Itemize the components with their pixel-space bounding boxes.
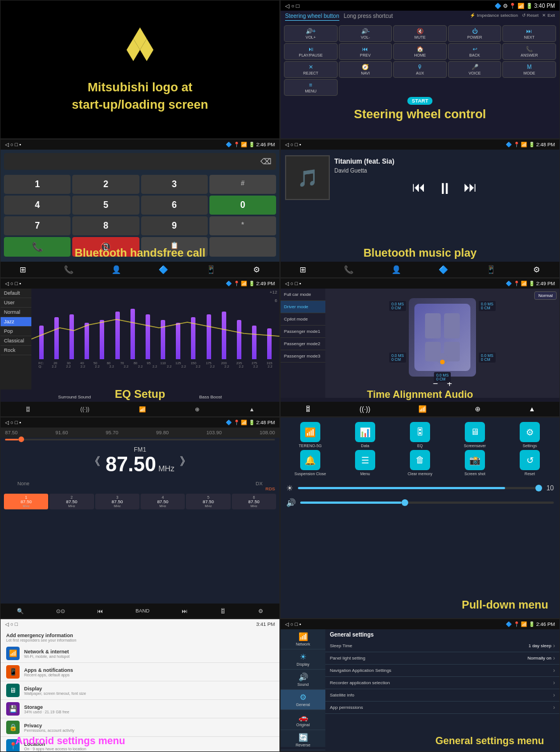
- eq-icon1[interactable]: 🎛: [25, 406, 31, 412]
- pd-item-tereno-5g[interactable]: 📶TERENO-5G: [284, 422, 337, 448]
- phone-bt-icon[interactable]: 🔷: [158, 265, 168, 274]
- gs-sidebar-original[interactable]: 🚗Original: [281, 710, 325, 730]
- ta-mode-passenger_mode1[interactable]: Passenger mode1: [281, 326, 325, 338]
- radio-preset-2[interactable]: 287.50MHz: [49, 494, 94, 509]
- eq-icon2[interactable]: ((·)): [81, 406, 90, 412]
- sw-btn-next[interactable]: ⏭NEXT: [502, 25, 556, 42]
- gs-row-sleep_time[interactable]: Sleep Time 1 day sleep›: [325, 640, 559, 652]
- pd-item-data[interactable]: 📊Data: [339, 422, 391, 448]
- eq-bar-6[interactable]: [130, 309, 135, 359]
- phone-contacts-icon[interactable]: 👤: [111, 265, 121, 274]
- phone-key-9[interactable]: 9: [141, 216, 208, 235]
- volume-slider[interactable]: [300, 502, 554, 504]
- ta-mode-passenger_mode3[interactable]: Passenger mode3: [281, 350, 325, 363]
- radio-prev-icon[interactable]: 《: [89, 454, 100, 469]
- gs-row-satellite_info[interactable]: Satellite info ›: [325, 689, 559, 702]
- eq-bar-1[interactable]: [54, 317, 59, 359]
- music-prev-icon[interactable]: ⏮: [412, 179, 426, 198]
- gs-row-app_permissions[interactable]: App permissions ›: [325, 702, 559, 714]
- android-item-display[interactable]: 🖥 Display Wallpaper, screen timeout, fon…: [1, 681, 279, 700]
- music-contacts-icon[interactable]: 👤: [391, 265, 401, 274]
- pd-item-clear_memory[interactable]: 🗑Clear memory: [394, 450, 446, 476]
- eq-bar-15[interactable]: [267, 328, 272, 359]
- pd-item-settings[interactable]: ⚙Settings: [503, 422, 556, 448]
- sw-btn-answer[interactable]: 📞ANSWER: [502, 43, 556, 60]
- music-menu-icon[interactable]: ⊞: [300, 265, 306, 274]
- eq-preset-normal[interactable]: Normal: [1, 308, 31, 317]
- eq-icon4[interactable]: ⊕: [195, 406, 199, 412]
- gs-row-navigation_application_settings[interactable]: Navigation Application Settings ›: [325, 665, 559, 677]
- phone-key-1[interactable]: 1: [4, 175, 71, 194]
- sw-btn-play/pause[interactable]: ⏯PLAY/PAUSE: [284, 43, 338, 60]
- android-item-storage[interactable]: 💾 Storage 34% used · 21.19 GB free: [1, 700, 279, 718]
- eq-bar-4[interactable]: [100, 320, 104, 359]
- sw-btn-aux[interactable]: 🎙AUX: [393, 61, 447, 78]
- eq-icon5[interactable]: ▲: [249, 406, 255, 412]
- sw-btn-menu[interactable]: ≡MENU: [284, 79, 338, 96]
- phone-key-8[interactable]: 8: [72, 216, 139, 235]
- radio-band-button[interactable]: BAND: [136, 608, 150, 614]
- sw-btn-vol+[interactable]: 🔊+VOL+: [284, 25, 338, 42]
- sw-btn-voice[interactable]: 🎤VOICE: [448, 61, 502, 78]
- sw-btn-navi[interactable]: 🧭NAVI: [339, 61, 393, 78]
- phone-settings-icon[interactable]: ⚙: [253, 265, 260, 274]
- eq-bar-8[interactable]: [161, 320, 165, 359]
- gs-row-panel_light_setting[interactable]: Panel light setting Normally on›: [325, 652, 559, 665]
- ta-mode-full_car_mode[interactable]: Full car mode: [281, 289, 325, 301]
- android-item-apps_&_notifications[interactable]: 📱 Apps & notifications Recent apps, defa…: [1, 663, 279, 681]
- eq-bar-0[interactable]: [39, 326, 44, 359]
- phone-key-2[interactable]: 2: [72, 175, 139, 194]
- gs-row-recorder_application_selection[interactable]: Recorder application selection ›: [325, 677, 559, 689]
- phone-key-3[interactable]: 3: [141, 175, 208, 194]
- eq-bar-10[interactable]: [191, 317, 195, 359]
- music-bt-icon[interactable]: 🔷: [438, 265, 448, 274]
- music-next-icon[interactable]: ⏭: [464, 179, 477, 198]
- pd-item-screensaver[interactable]: 🖥Screensaver: [449, 422, 501, 448]
- sw-btn-mode[interactable]: MMODE: [502, 61, 556, 78]
- phone-key-*[interactable]: *: [209, 216, 276, 235]
- music-play-icon[interactable]: ⏸: [437, 179, 452, 198]
- sw-tab-longpress[interactable]: Long press shortcut: [344, 13, 393, 21]
- phone-delete-icon[interactable]: ⌫: [260, 157, 272, 166]
- phone-key-0[interactable]: 0: [209, 196, 276, 215]
- eq-bar-12[interactable]: [222, 312, 226, 359]
- sw-btn-back[interactable]: ↩BACK: [448, 43, 502, 60]
- gs-sidebar-sound[interactable]: 🔊Sound: [281, 670, 325, 690]
- ta-mode-cpilot_mode[interactable]: Cpilot mode: [281, 313, 325, 326]
- sw-btn-mute[interactable]: 🔇MUTE: [393, 25, 447, 42]
- ta-icon1[interactable]: 🎛: [305, 405, 311, 413]
- eq-bar-13[interactable]: [237, 320, 241, 359]
- sw-btn-reject[interactable]: ✕REJECT: [284, 61, 338, 78]
- pd-item-reset[interactable]: ↺Reset: [503, 450, 556, 476]
- sw-btn-vol-[interactable]: 🔊-VOL-: [339, 25, 393, 42]
- radio-preset-4[interactable]: 487.50MHz: [141, 494, 185, 509]
- eq-icon3[interactable]: 📶: [139, 406, 146, 412]
- eq-bar-5[interactable]: [115, 312, 120, 359]
- radio-preset-1[interactable]: 187.50MHz: [4, 494, 48, 509]
- music-bt2-icon[interactable]: 📱: [486, 265, 496, 274]
- pd-item-eq[interactable]: 🎛EQ: [394, 422, 446, 448]
- gs-sidebar-general[interactable]: ⚙General: [281, 690, 325, 710]
- ta-icon4[interactable]: ⊕: [475, 405, 480, 413]
- ta-icon2[interactable]: ((·)): [360, 405, 370, 413]
- phone-key-4[interactable]: 4: [4, 196, 71, 215]
- eq-bar-11[interactable]: [207, 314, 211, 359]
- eq-preset-user[interactable]: User: [1, 298, 31, 308]
- eq-bar-2[interactable]: [69, 314, 74, 359]
- eq-preset-pop[interactable]: Pop: [1, 327, 31, 336]
- phone-key-7[interactable]: 7: [4, 216, 71, 235]
- eq-preset-classical[interactable]: Classical: [1, 336, 31, 346]
- ta-icon5[interactable]: ▲: [529, 405, 535, 413]
- eq-bar-7[interactable]: [146, 314, 150, 359]
- radio-scan-icon[interactable]: ⊙⊙: [56, 608, 65, 614]
- radio-preset-3[interactable]: 387.50MHz: [95, 494, 139, 509]
- eq-bar-3[interactable]: [85, 323, 89, 359]
- brightness-slider[interactable]: [298, 487, 542, 489]
- gs-sidebar-display[interactable]: ☀Display: [281, 649, 325, 670]
- radio-next-track-icon[interactable]: ⏭: [182, 608, 188, 614]
- sw-btn-prev[interactable]: ⏮PREV: [339, 43, 393, 60]
- eq-bar-9[interactable]: [176, 323, 180, 359]
- phone-key-5[interactable]: 5: [72, 196, 139, 215]
- ta-mode-passenger_mode2[interactable]: Passenger mode2: [281, 338, 325, 350]
- phone-key-6[interactable]: 6: [141, 196, 208, 215]
